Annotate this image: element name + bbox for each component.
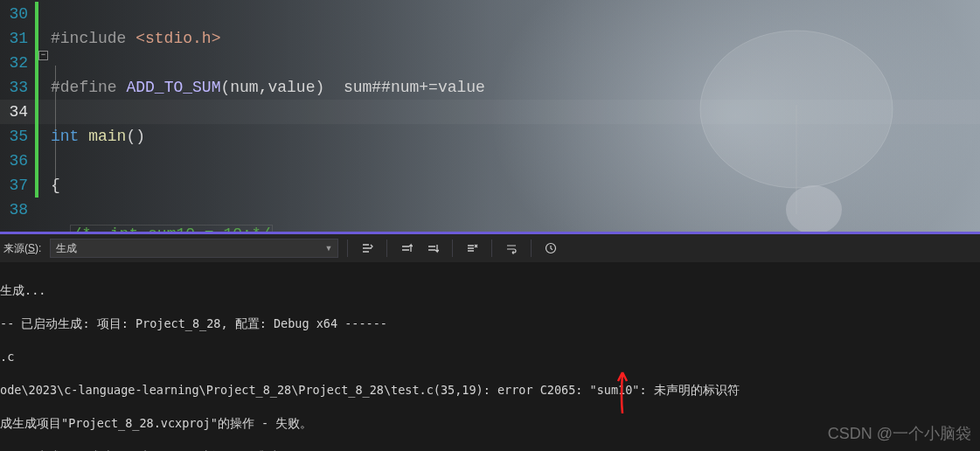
code-line-33[interactable]: { [51,173,485,198]
code-line-32[interactable]: int main() [51,124,485,149]
clear-all-icon[interactable] [462,238,483,259]
output-line: .c [0,349,980,365]
next-message-icon[interactable] [422,238,443,259]
word-wrap-icon[interactable] [501,238,522,259]
line-number-gutter: 30 31 32 33 34 35 36 37 38 [0,0,35,232]
prev-message-icon[interactable] [396,238,417,259]
output-panel: 来源(S): 生成 ▼ 生成... -- 已启动生成: 项目: Project_… [0,234,980,451]
toolbar-separator [347,239,348,257]
output-line-error[interactable]: ode\2023\c-language-learning\Project_8_2… [0,382,980,399]
goto-line-icon[interactable] [357,238,378,259]
code-editor[interactable]: 30 31 32 33 34 35 36 37 38 − #include <s… [0,0,980,232]
output-line: -- 已启动生成: 项目: Project_8_28, 配置: Debug x6… [0,316,980,332]
toolbar-separator [386,239,387,257]
code-content[interactable]: #include <stdio.h> #define ADD_TO_SUM(nu… [51,0,485,232]
toolbar-separator [452,239,453,257]
code-line-31[interactable]: #define ADD_TO_SUM(num,value) sum##num+=… [51,75,485,100]
code-line-30[interactable]: #include <stdio.h> [51,26,485,51]
toolbar-separator [491,239,492,257]
chevron-down-icon: ▼ [324,244,332,253]
toolbar-separator [531,239,532,257]
source-dropdown[interactable]: 生成 ▼ [50,239,338,258]
fold-toggle[interactable]: − [38,51,48,60]
output-toolbar: 来源(S): 生成 ▼ [0,234,980,262]
output-line: 生成... [0,282,980,299]
watermark: CSDN @一个小脑袋 [828,423,971,444]
source-label: 来源(S): [3,241,41,256]
timestamp-icon[interactable] [540,238,561,259]
code-line-34[interactable]: /* int sum10 = 10;*/ [51,222,485,232]
fold-column: − [38,0,51,232]
